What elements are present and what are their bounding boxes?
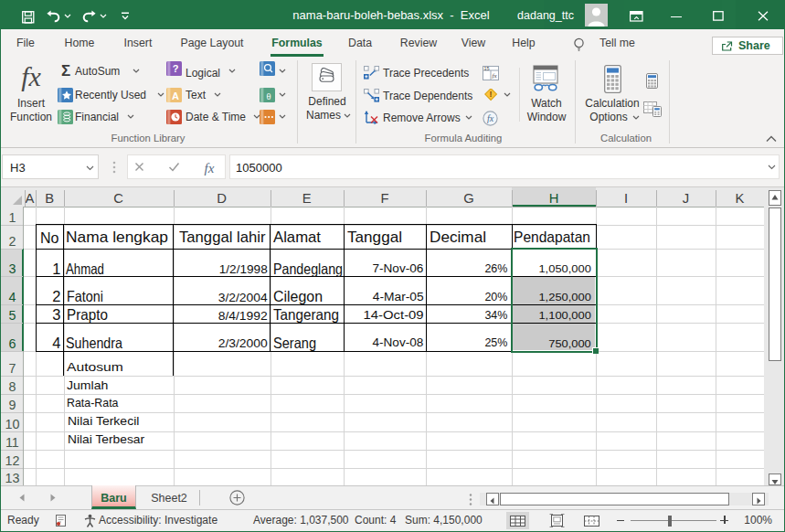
svg-text:15: 15 <box>483 66 489 71</box>
svg-text:fx: fx <box>487 113 494 123</box>
svg-text:A: A <box>172 90 179 101</box>
svg-text:fx: fx <box>492 72 497 80</box>
svg-text:?: ? <box>173 63 179 74</box>
svg-text:θ: θ <box>266 91 271 101</box>
svg-text:!: ! <box>490 90 493 99</box>
